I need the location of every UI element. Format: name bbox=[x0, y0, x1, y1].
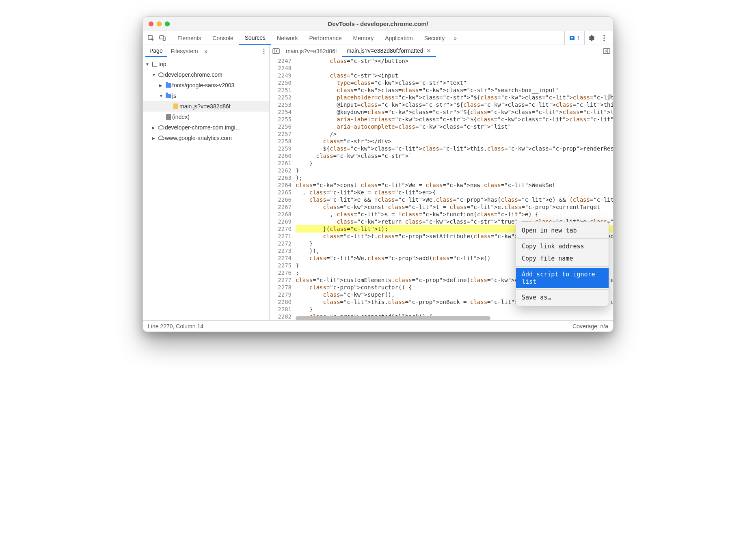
code-editor[interactable]: 2247224822492250225122522253225422552256… bbox=[270, 57, 613, 320]
code-line[interactable]: aria-autocomplete=class="c-kw">class="c-… bbox=[296, 123, 613, 130]
code-line[interactable]: , class="c-lit">s = !class="c-kw">functi… bbox=[296, 211, 613, 218]
main-tabs-bar: Elements Console Sources Network Perform… bbox=[143, 31, 613, 45]
close-icon[interactable]: ✕ bbox=[426, 47, 431, 54]
tree-label: www.google-analytics.com bbox=[165, 135, 232, 141]
issues-button[interactable]: 1 bbox=[564, 31, 585, 45]
menu-divider bbox=[516, 266, 609, 267]
tree-domain-imgix[interactable]: ▶ developer-chrome-com.imgix.net bbox=[143, 122, 269, 133]
tab-application[interactable]: Application bbox=[379, 31, 419, 45]
menu-copy-file-name[interactable]: Copy file name bbox=[516, 252, 609, 265]
sidebar-tab-page[interactable]: Page bbox=[145, 45, 167, 57]
context-menu: Open in new tab Copy link address Copy f… bbox=[516, 222, 609, 306]
file-tree: ▼ top ▼ developer.chrome.com ▶ fonts/goo… bbox=[143, 57, 269, 320]
toggle-debugger-icon[interactable] bbox=[602, 48, 611, 54]
tree-folder-js[interactable]: ▼ js bbox=[143, 90, 269, 101]
chevron-right-icon: ▶ bbox=[159, 83, 165, 88]
svg-point-7 bbox=[603, 37, 605, 39]
svg-point-9 bbox=[264, 48, 265, 50]
cloud-icon bbox=[158, 72, 165, 77]
code-line[interactable]: } bbox=[296, 306, 613, 313]
tab-elements[interactable]: Elements bbox=[172, 31, 207, 45]
tabs-overflow[interactable]: » bbox=[450, 31, 460, 45]
code-line[interactable]: /> bbox=[296, 130, 613, 138]
code-line[interactable]: @input=class="c-kw">class="c-str">"${cla… bbox=[296, 101, 613, 108]
sidebar-tab-filesystem[interactable]: Filesystem bbox=[167, 45, 202, 57]
tree-domain-ga[interactable]: ▶ www.google-analytics.com bbox=[143, 133, 269, 143]
tab-console[interactable]: Console bbox=[207, 31, 239, 45]
separator bbox=[170, 34, 170, 42]
tree-folder-fonts[interactable]: ▶ fonts/google-sans-v2003 bbox=[143, 80, 269, 90]
code-line[interactable]: class="c-kw">const class="c-lit">t = cla… bbox=[296, 203, 613, 211]
document-icon bbox=[166, 114, 171, 120]
chevron-right-icon: ▶ bbox=[152, 125, 158, 130]
issues-icon bbox=[569, 35, 575, 41]
code-line[interactable] bbox=[296, 65, 613, 72]
menu-open-in-new-tab[interactable]: Open in new tab bbox=[516, 224, 609, 237]
sidebar-tabs: Page Filesystem » bbox=[143, 45, 269, 57]
folder-icon bbox=[166, 83, 171, 88]
cloud-icon bbox=[158, 125, 165, 130]
menu-copy-link-address[interactable]: Copy link address bbox=[516, 240, 609, 252]
kebab-menu-icon[interactable] bbox=[598, 31, 611, 45]
code-line[interactable]: , class="c-lit">Ke = class="c-lit">e=>{ bbox=[296, 189, 613, 196]
code-line[interactable]: aria-label=class="c-kw">class="c-str">"$… bbox=[296, 116, 613, 123]
code-line[interactable]: ${class="c-kw">class="c-lit">class="c-li… bbox=[296, 145, 613, 152]
code-line[interactable]: } bbox=[296, 159, 613, 167]
tree-label: developer.chrome.com bbox=[165, 71, 222, 78]
vertical-scrollbar[interactable] bbox=[608, 94, 611, 99]
navigator-sidebar: Page Filesystem » ▼ top ▼ bbox=[143, 45, 270, 320]
code-line[interactable]: } bbox=[296, 167, 613, 174]
code-line[interactable]: type=class="c-kw">class="c-str">"text" bbox=[296, 79, 613, 86]
code-line[interactable]: class="c-lit">e && !class="c-lit">We.cla… bbox=[296, 196, 613, 203]
tree-file-index[interactable]: (index) bbox=[143, 112, 269, 122]
tab-performance[interactable]: Performance bbox=[303, 31, 347, 45]
tree-file-mainjs[interactable]: main.js?v=e382d86f bbox=[143, 101, 269, 112]
tree-label: fonts/google-sans-v2003 bbox=[172, 82, 234, 88]
device-toolbar-icon[interactable] bbox=[157, 31, 168, 45]
tab-sources[interactable]: Sources bbox=[239, 31, 271, 45]
tree-label: main.js?v=e382d86f bbox=[179, 103, 231, 110]
editor-tab-mainjs[interactable]: main.js?v=e382d86f bbox=[281, 45, 342, 57]
code-line[interactable]: class="c-str"><input bbox=[296, 72, 613, 79]
issues-count: 1 bbox=[577, 35, 580, 41]
coverage-status: Coverage: n/a bbox=[572, 323, 608, 330]
svg-point-11 bbox=[264, 52, 265, 54]
menu-add-to-ignore-list[interactable]: Add script to ignore list bbox=[516, 268, 609, 288]
titlebar: DevTools - developer.chrome.com/ bbox=[143, 17, 613, 31]
frame-icon bbox=[152, 62, 157, 67]
code-line[interactable]: class="c-kw">class=class="c-kw">class="c… bbox=[296, 86, 613, 94]
menu-divider bbox=[516, 289, 609, 290]
status-bar: Line 2270, Column 14 Coverage: n/a bbox=[143, 320, 613, 332]
code-line[interactable]: class="c-kw">const class="c-lit">We = cl… bbox=[296, 181, 613, 189]
toggle-navigator-icon[interactable] bbox=[271, 48, 281, 54]
cursor-position: Line 2270, Column 14 bbox=[148, 323, 203, 330]
tree-top-frame[interactable]: ▼ top bbox=[143, 59, 269, 69]
tree-label: top bbox=[158, 61, 166, 67]
code-line[interactable]: placeholder=class="c-kw">class="c-str">"… bbox=[296, 94, 613, 101]
horizontal-scrollbar[interactable] bbox=[296, 316, 490, 320]
svg-point-8 bbox=[603, 40, 605, 41]
chevron-down-icon: ▼ bbox=[159, 94, 165, 98]
inspect-element-icon[interactable] bbox=[145, 31, 157, 45]
svg-rect-5 bbox=[571, 39, 572, 39]
tab-security[interactable]: Security bbox=[419, 31, 451, 45]
sidebar-tabs-overflow[interactable]: » bbox=[202, 45, 210, 57]
chevron-right-icon: ▶ bbox=[152, 136, 158, 140]
tab-memory[interactable]: Memory bbox=[348, 31, 380, 45]
tab-network[interactable]: Network bbox=[271, 31, 303, 45]
code-line[interactable]: @keydown=class="c-kw">class="c-str">"${c… bbox=[296, 108, 613, 116]
menu-save-as[interactable]: Save as… bbox=[516, 291, 609, 304]
tree-domain[interactable]: ▼ developer.chrome.com bbox=[143, 69, 269, 80]
settings-icon[interactable] bbox=[585, 31, 598, 45]
svg-rect-2 bbox=[163, 37, 165, 41]
cloud-icon bbox=[158, 136, 165, 140]
code-line[interactable]: ); bbox=[296, 174, 613, 181]
devtools-window: DevTools - developer.chrome.com/ Element… bbox=[143, 16, 613, 332]
code-line[interactable]: class="c-str"></button> bbox=[296, 57, 613, 65]
chevron-down-icon: ▼ bbox=[152, 73, 158, 77]
code-line[interactable]: class="c-kw">class="c-str">` bbox=[296, 152, 613, 159]
sidebar-kebab-icon[interactable] bbox=[259, 48, 269, 54]
code-line[interactable]: class="c-str"></div> bbox=[296, 138, 613, 145]
editor-tab-mainjs-formatted[interactable]: main.js?v=e382d86f:formatted ✕ bbox=[342, 45, 436, 57]
js-file-icon bbox=[173, 103, 178, 109]
